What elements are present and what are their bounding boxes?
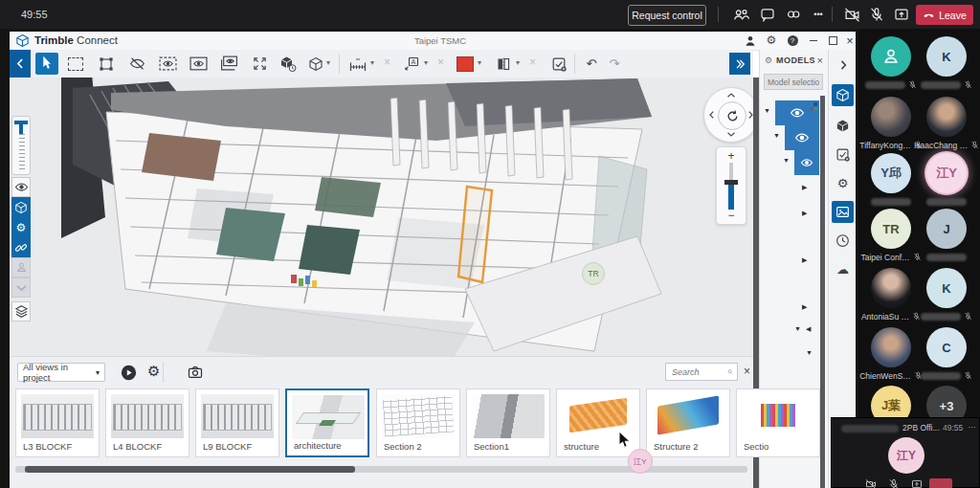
tree-expander[interactable]: ▶ [802, 184, 807, 191]
show-all-button[interactable] [217, 53, 240, 75]
zoom-slider[interactable]: + − [716, 146, 746, 225]
clear-measure-button[interactable]: × [384, 55, 390, 69]
participant-tile[interactable]: J [920, 209, 973, 262]
explode-slider[interactable] [11, 116, 31, 175]
views-search-box[interactable] [665, 363, 738, 381]
restore-button[interactable] [825, 33, 840, 48]
hide-objects-button[interactable] [125, 53, 148, 75]
share-screen-button[interactable] [892, 6, 911, 23]
redo-button[interactable]: ↷ [603, 53, 626, 75]
section-caret[interactable]: ▾ [516, 58, 520, 67]
views-filter-select[interactable]: All views in project ▾ [17, 363, 105, 382]
visibility-tool-button[interactable] [11, 177, 31, 197]
participant-tile[interactable]: AntoniaSu … [864, 268, 918, 322]
zoom-extents-button[interactable] [248, 53, 271, 75]
participant-tile[interactable] [864, 36, 918, 90]
views-settings-button[interactable]: ⚙ [147, 363, 160, 380]
tab-models[interactable] [832, 84, 854, 106]
collapse-panel-button[interactable] [832, 54, 854, 76]
settings-tool-button[interactable]: ⚙ [11, 217, 31, 237]
tab-objects[interactable] [832, 115, 854, 137]
marquee-select-button[interactable] [64, 53, 87, 75]
model-history-button[interactable] [277, 53, 300, 75]
view-card[interactable]: L3 BLOCKF [15, 388, 100, 457]
zoom-in-button[interactable]: + [717, 149, 746, 163]
view-mode-button[interactable] [304, 53, 327, 75]
search-input[interactable] [670, 366, 727, 378]
participant-tile[interactable]: IsaacChang … [920, 97, 973, 150]
settings-button[interactable]: ⚙ [764, 33, 779, 48]
snapshot-button[interactable] [188, 365, 203, 380]
tree-expander[interactable]: ▶ [802, 303, 807, 311]
measure-tool-button[interactable] [346, 53, 369, 75]
minimize-button[interactable] [806, 33, 821, 48]
tree-expander[interactable]: ▼ [773, 132, 780, 139]
view-card[interactable]: L9 BLOCKF [195, 388, 279, 457]
model-filter-input[interactable] [764, 74, 823, 90]
camera-off-button[interactable] [842, 6, 861, 23]
zoom-out-button[interactable]: − [717, 209, 746, 222]
view-card[interactable]: Section 2 [376, 388, 460, 457]
chat-button[interactable] [758, 6, 777, 23]
link-tool-button[interactable] [11, 237, 31, 257]
participant-tile[interactable]: ChienWenS… [864, 327, 918, 381]
todo-check-button[interactable] [547, 53, 570, 75]
pip-mic-off-icon[interactable] [887, 478, 901, 488]
section-plane-button[interactable] [492, 53, 515, 75]
play-views-button[interactable] [121, 365, 137, 381]
tree-expander[interactable]: ▶ [802, 256, 807, 264]
gear-icon[interactable]: ⚙ [765, 55, 772, 65]
view-card[interactable]: Sectio [736, 388, 820, 457]
isolate-selection-button[interactable] [187, 53, 210, 75]
participants-button[interactable] [731, 6, 750, 23]
participant-tile[interactable]: TiffanyKong… [864, 97, 918, 150]
pip-camera-off-icon[interactable] [864, 478, 878, 488]
tree-expander[interactable]: ▶ [802, 210, 807, 217]
pip-leave-button[interactable] [929, 478, 952, 488]
participant-tile[interactable]: K [920, 268, 973, 322]
clear-section-button[interactable]: × [529, 55, 536, 69]
tab-views[interactable] [832, 201, 854, 223]
pip-share-icon[interactable] [910, 478, 924, 488]
orbit-navigation-widget[interactable] [703, 87, 759, 143]
mic-off-button[interactable] [867, 6, 886, 23]
close-button[interactable]: × [842, 33, 856, 48]
view-card[interactable]: Structure 2 [646, 388, 730, 457]
markup-label-button[interactable] [400, 53, 423, 75]
participant-tile[interactable]: Y邱 [864, 153, 918, 207]
participant-tile[interactable]: TR Taipei Conf… [864, 209, 918, 262]
model-tool-button[interactable] [11, 197, 31, 217]
tab-history[interactable] [832, 230, 854, 252]
search-close-button[interactable]: × [744, 365, 750, 378]
thumbnail-scrollbar-thumb[interactable] [25, 466, 355, 473]
more-actions-button[interactable]: ••• [809, 6, 828, 23]
tree-expander[interactable]: ▼ [806, 349, 813, 356]
color-caret[interactable]: ▾ [478, 58, 481, 67]
model-tree-item[interactable] [775, 100, 819, 125]
show-selection-button[interactable] [156, 53, 179, 75]
orbit-rotate-button[interactable] [718, 101, 746, 130]
pan-left-icon[interactable] [707, 110, 717, 120]
meeting-pip-window[interactable]: 2PB Offi... 49:55 … 江Y [831, 417, 980, 488]
undo-button[interactable]: ↶ [580, 53, 603, 75]
user-account-button[interactable] [743, 33, 758, 48]
models-close-button[interactable]: × [817, 55, 823, 66]
view-card[interactable]: Section1 [466, 388, 550, 457]
layers-tool-button[interactable] [11, 301, 31, 322]
toolbar-overflow-button[interactable] [729, 53, 750, 75]
pip-more-button[interactable]: … [968, 420, 976, 430]
back-button[interactable] [10, 50, 31, 78]
participant-tile[interactable]: C [920, 327, 973, 381]
measure-caret[interactable]: ▾ [370, 58, 374, 67]
tree-expander[interactable]: ▼ [794, 325, 801, 332]
multi-select-button[interactable] [95, 53, 118, 75]
view-card[interactable]: L4 BLOCKF [105, 388, 189, 457]
leave-button[interactable]: Leave [916, 5, 973, 25]
pan-up-icon[interactable] [726, 91, 736, 100]
select-tool-button[interactable] [35, 53, 58, 75]
tree-expander[interactable]: ◀ [806, 325, 811, 333]
view-mode-caret[interactable]: ▾ [326, 58, 330, 67]
participant-tile[interactable]: K [920, 36, 973, 90]
tree-expander[interactable]: ▼ [783, 157, 790, 164]
tree-expander[interactable]: ▼ [764, 107, 770, 114]
